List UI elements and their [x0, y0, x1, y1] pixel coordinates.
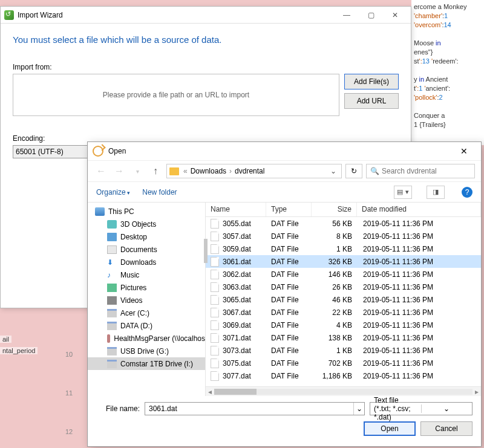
- file-icon: [211, 232, 219, 241]
- file-type: DAT File: [266, 219, 312, 228]
- scroll-right-button[interactable]: ▸: [473, 388, 481, 396]
- file-date: 2019-05-11 11:36 PM: [357, 219, 481, 228]
- tree-this-pc[interactable]: This PC: [88, 205, 205, 218]
- tree-drive-i[interactable]: Comstar 1TB Drive (I:): [88, 357, 205, 370]
- cube-icon: [107, 220, 117, 229]
- file-name: 3055.dat: [223, 219, 251, 228]
- file-row[interactable]: 3077.datDAT File1,186 KB2019-05-11 11:36…: [206, 369, 481, 382]
- help-button[interactable]: ?: [462, 187, 473, 198]
- col-type[interactable]: Type: [266, 203, 312, 216]
- file-row[interactable]: 3073.datDAT File1 KB2019-05-11 11:36 PM: [206, 344, 481, 357]
- organize-menu[interactable]: Organize: [96, 188, 130, 196]
- open-button[interactable]: Open: [364, 421, 416, 436]
- tree-music[interactable]: ♪Music: [88, 268, 205, 281]
- background-editor: ercome a Monkey'chamber':1'overcom':14Mo…: [411, 0, 484, 145]
- col-name[interactable]: Name: [206, 203, 266, 216]
- tree-downloads[interactable]: ⬇Downloads: [88, 256, 205, 268]
- close-button[interactable]: ✕: [383, 8, 407, 22]
- column-headers[interactable]: Name Type Size Date modified: [206, 203, 481, 217]
- wizard-titlebar[interactable]: Import Wizard — ▢ ✕: [1, 7, 411, 24]
- file-date: 2019-05-11 11:36 PM: [357, 346, 481, 355]
- open-app-icon: [93, 146, 103, 157]
- search-box[interactable]: 🔍: [366, 164, 475, 178]
- file-date: 2019-05-11 11:36 PM: [357, 321, 481, 330]
- file-type: DAT File: [266, 232, 312, 241]
- music-icon: ♪: [107, 271, 117, 279]
- file-icon: [211, 219, 219, 229]
- bg-text: ntal_period: [0, 347, 38, 354]
- file-list[interactable]: 3055.datDAT File56 KB2019-05-11 11:36 PM…: [206, 217, 481, 386]
- file-type-filter[interactable]: Text file (*.txt; *.csv; *.dat) ⌄: [370, 402, 473, 415]
- file-type: DAT File: [266, 321, 312, 330]
- add-files-button[interactable]: Add File(s): [344, 74, 399, 89]
- file-size: 1 KB: [312, 245, 357, 253]
- nav-up-button[interactable]: ↑: [148, 166, 163, 177]
- tree-drive-c[interactable]: Acer (C:): [88, 307, 205, 319]
- search-input[interactable]: [382, 167, 471, 175]
- maximize-button[interactable]: ▢: [359, 8, 383, 22]
- tree-network-drive[interactable]: HealthMsgParser (\\localhos: [88, 332, 205, 345]
- nav-forward-button[interactable]: →: [112, 166, 126, 177]
- file-icon: [211, 346, 219, 355]
- breadcrumb-item[interactable]: Downloads: [191, 167, 226, 175]
- file-row[interactable]: 3065.datDAT File46 KB2019-05-11 11:36 PM: [206, 293, 481, 306]
- tree-desktop[interactable]: Desktop: [88, 230, 205, 243]
- close-button[interactable]: ✕: [452, 143, 476, 159]
- nav-recent-button[interactable]: ▾: [130, 168, 145, 175]
- filter-dropdown[interactable]: ⌄: [421, 404, 473, 413]
- file-row[interactable]: 3071.datDAT File138 KB2019-05-11 11:36 P…: [206, 331, 481, 344]
- network-drive-icon: [107, 334, 110, 343]
- filename-input[interactable]: [145, 403, 353, 415]
- tree-documents[interactable]: Documents: [88, 243, 205, 256]
- file-type: DAT File: [266, 245, 312, 253]
- cancel-button[interactable]: Cancel: [420, 421, 473, 436]
- col-date[interactable]: Date modified: [357, 203, 481, 216]
- file-type: DAT File: [266, 359, 312, 368]
- file-type: DAT File: [266, 308, 312, 317]
- scroll-track[interactable]: [214, 389, 473, 395]
- file-row[interactable]: 3063.datDAT File26 KB2019-05-11 11:36 PM: [206, 281, 481, 293]
- filter-text: Text file (*.txt; *.csv; *.dat): [370, 396, 421, 421]
- file-name: 3061.dat: [223, 258, 251, 266]
- tree-videos[interactable]: Videos: [88, 294, 205, 307]
- filename-combobox[interactable]: ⌄: [145, 402, 365, 415]
- refresh-button[interactable]: ↻: [345, 164, 362, 178]
- scroll-left-button[interactable]: ◂: [206, 388, 214, 396]
- file-row[interactable]: 3055.datDAT File56 KB2019-05-11 11:36 PM: [206, 217, 481, 230]
- file-row[interactable]: 3059.datDAT File1 KB2019-05-11 11:36 PM: [206, 242, 481, 255]
- scroll-thumb[interactable]: [214, 389, 257, 395]
- import-path-box[interactable]: Please provide a file path or an URL to …: [13, 74, 339, 116]
- file-name: 3077.dat: [223, 372, 251, 380]
- folder-tree[interactable]: This PC 3D Objects Desktop Documents ⬇Do…: [88, 203, 206, 396]
- new-folder-button[interactable]: New folder: [142, 188, 177, 196]
- file-row[interactable]: 3057.datDAT File8 KB2019-05-11 11:36 PM: [206, 230, 481, 242]
- tree-drive-d[interactable]: DATA (D:): [88, 319, 205, 332]
- breadcrumb-item[interactable]: dvdrental: [235, 167, 264, 175]
- tree-pictures[interactable]: Pictures: [88, 281, 205, 294]
- file-type: DAT File: [266, 283, 312, 291]
- minimize-button[interactable]: —: [335, 8, 359, 22]
- file-date: 2019-05-11 11:36 PM: [357, 245, 481, 253]
- col-size[interactable]: Size: [312, 203, 357, 216]
- breadcrumb-dropdown[interactable]: ⌄: [328, 167, 339, 175]
- tree-drive-g[interactable]: USB Drive (G:): [88, 345, 205, 357]
- file-row[interactable]: 3069.datDAT File4 KB2019-05-11 11:36 PM: [206, 319, 481, 331]
- preview-pane-button[interactable]: ◨: [427, 186, 445, 199]
- video-icon: [107, 296, 117, 305]
- file-row[interactable]: 3061.datDAT File326 KB2019-05-11 11:36 P…: [206, 255, 481, 268]
- drive-icon: [107, 360, 117, 368]
- view-options-button[interactable]: ▤ ▾: [394, 186, 412, 199]
- add-url-button[interactable]: Add URL: [344, 93, 399, 109]
- splitter-handle[interactable]: [204, 239, 208, 263]
- file-row[interactable]: 3075.datDAT File702 KB2019-05-11 11:36 P…: [206, 357, 481, 369]
- nav-back-button[interactable]: ←: [94, 166, 108, 177]
- file-row[interactable]: 3062.datDAT File146 KB2019-05-11 11:36 P…: [206, 268, 481, 281]
- tree-3d-objects[interactable]: 3D Objects: [88, 218, 205, 230]
- file-row[interactable]: 3067.datDAT File22 KB2019-05-11 11:36 PM: [206, 306, 481, 319]
- breadcrumb[interactable]: « Downloads › dvdrental ⌄: [166, 164, 342, 178]
- open-titlebar[interactable]: Open ✕: [88, 142, 481, 160]
- horizontal-scrollbar[interactable]: ◂ ▸: [206, 386, 481, 396]
- document-icon: [107, 245, 117, 254]
- picture-icon: [107, 284, 117, 292]
- filename-dropdown[interactable]: ⌄: [353, 403, 364, 415]
